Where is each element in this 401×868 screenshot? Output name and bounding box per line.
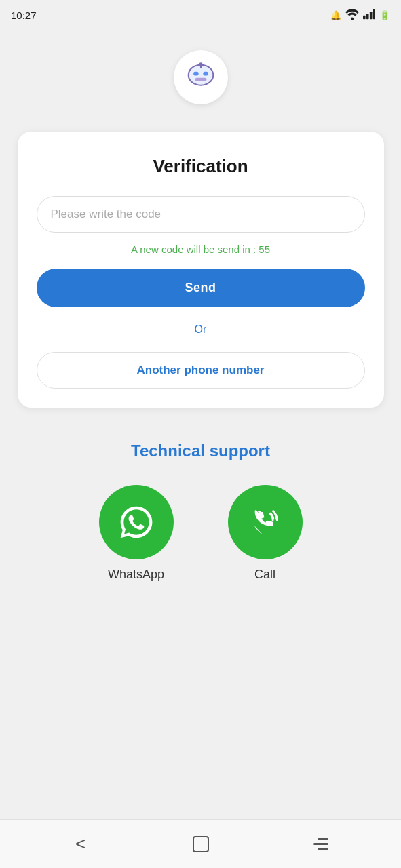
divider-label: Or: [195, 323, 207, 336]
divider-line-right: [214, 330, 364, 330]
whatsapp-icon: [117, 503, 155, 541]
whatsapp-button[interactable]: [99, 485, 174, 559]
call-item: Call: [228, 485, 303, 582]
app-avatar: [174, 50, 228, 104]
another-phone-button[interactable]: Another phone number: [37, 352, 365, 389]
verification-card: Verification A new code will be send in …: [18, 132, 384, 408]
back-icon: <: [75, 833, 85, 854]
back-button[interactable]: <: [64, 827, 98, 861]
call-label: Call: [254, 568, 275, 582]
divider-line-left: [37, 330, 187, 330]
svg-rect-1: [363, 15, 366, 18]
whatsapp-label: WhatsApp: [108, 568, 164, 582]
call-icon: [246, 503, 284, 541]
bottom-nav: <: [0, 819, 401, 868]
whatsapp-item: WhatsApp: [99, 485, 174, 582]
signal-icon: [363, 9, 375, 22]
main-content: Verification A new code will be send in …: [0, 30, 401, 819]
call-button[interactable]: [228, 485, 303, 559]
svg-rect-7: [193, 72, 199, 76]
battery-icon: 🔋: [379, 10, 390, 20]
home-button[interactable]: [184, 827, 218, 861]
svg-rect-3: [370, 12, 373, 19]
status-bar: 10:27 🔔 🔋: [0, 0, 401, 30]
svg-rect-4: [373, 9, 375, 18]
svg-point-0: [351, 17, 354, 19]
svg-rect-9: [195, 78, 206, 81]
card-title: Verification: [37, 156, 365, 177]
support-icons-row: WhatsApp: [18, 485, 384, 582]
support-title: Technical support: [131, 441, 270, 460]
status-icons: 🔔 🔋: [330, 9, 390, 22]
svg-rect-8: [203, 72, 208, 76]
svg-rect-2: [366, 14, 369, 19]
recents-button[interactable]: [304, 827, 338, 861]
alarm-icon: 🔔: [330, 10, 341, 20]
home-icon: [193, 836, 209, 852]
status-time: 10:27: [11, 9, 37, 21]
recents-icon: [313, 838, 328, 850]
send-button[interactable]: Send: [37, 269, 365, 307]
support-section: Technical support WhatsApp: [18, 441, 384, 582]
divider: Or: [37, 323, 365, 336]
wifi-icon: [345, 9, 359, 22]
svg-point-11: [199, 62, 202, 66]
code-input[interactable]: [37, 196, 365, 233]
timer-text: A new code will be send in : 55: [37, 243, 365, 255]
avatar-icon: [184, 60, 218, 94]
